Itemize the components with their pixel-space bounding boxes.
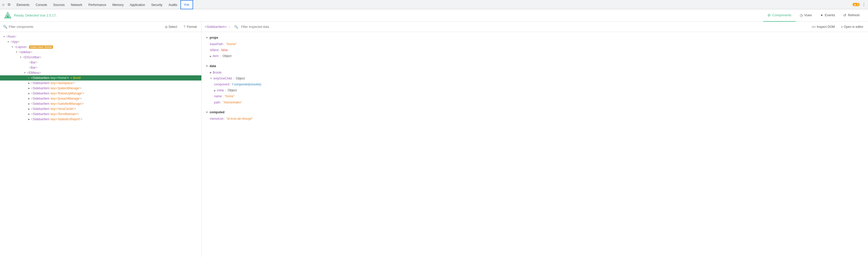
tab-elements[interactable]: Elements [13, 0, 33, 9]
more-options-icon[interactable]: ⋮ [861, 2, 867, 8]
left-panel: 🔍 ◎ Select ⊤ Format ▼ <Root> [0, 22, 202, 257]
tree-node-root[interactable]: ▼ <Root> [0, 34, 202, 39]
open-editor-icon: ⎋ [841, 25, 843, 28]
tab-application[interactable]: Application [127, 0, 148, 9]
data-meta[interactable]: ▶ meta: Object [214, 87, 864, 94]
props-section-header[interactable]: ▼ props [206, 35, 864, 40]
prop-basepath: basePath: "/home" [210, 41, 864, 47]
expand-arrow-preachmanage: ▶ [27, 97, 31, 100]
devtools-tab-bar: ⊹ ⧉ Elements Console Sources Network Per… [0, 0, 868, 9]
nav-vuex-button[interactable]: ◷ Vuex [796, 9, 816, 22]
cursor-icon[interactable]: ⊹ [1, 2, 6, 7]
data-onlyonechild[interactable]: ▼ onlyOneChild: Object [210, 76, 864, 81]
tree-node-sidebaritem-workplace[interactable]: ▶ <SidebarItem key='/workplace'> [0, 80, 202, 86]
tree-node-sidebaritem-patientmanage[interactable]: ▶ <SidebarItem key='/patientManage'> [0, 86, 202, 91]
nav-refresh-button[interactable]: ↺ Refresh [839, 9, 864, 22]
expand-arrow-followupmanage: ▶ [27, 92, 31, 95]
route-expand-tri: ▶ [210, 71, 212, 74]
tab-audits[interactable]: Audits [165, 0, 180, 9]
filter-components-input[interactable] [9, 25, 163, 29]
data-path-field: path: "/home/index" [214, 100, 864, 106]
left-panel-toolbar: 🔍 ◎ Select ⊤ Format [0, 22, 202, 32]
tab-network[interactable]: Network [68, 0, 85, 9]
components-nav-icon: ⚙ [768, 13, 771, 17]
expand-arrow-sidebar: ▼ [14, 51, 19, 53]
refresh-nav-icon: ↺ [843, 13, 846, 17]
toolbar-right: ◎ Select ⊤ Format [163, 24, 198, 29]
item-expand-tri: ▶ [210, 54, 212, 58]
vuex-nav-icon: ◷ [800, 13, 803, 17]
tree-node-sidebar[interactable]: ▼ <sidebar> [0, 49, 202, 55]
tree-node-sidebaritem-home[interactable]: ▶ <SidebarItem key='/home'> = $vm0 [0, 75, 202, 80]
tab-sources[interactable]: Sources [50, 0, 68, 9]
select-icon: ◎ [165, 25, 167, 29]
nav-components-button[interactable]: ⚙ Components [763, 9, 796, 22]
tab-memory[interactable]: Memory [109, 0, 127, 9]
meta-expand-tri: ▶ [214, 89, 216, 93]
right-header-actions: </> Inspect DOM ⎋ Open in editor [810, 24, 865, 29]
tree-node-bar1[interactable]: <Bar> [0, 60, 202, 65]
expand-arrow-satisfiedmanage: ▶ [27, 103, 31, 105]
data-view: ▼ props basePath: "/home" isNest: false … [202, 32, 868, 257]
devtools-icons: ⊹ ⧉ [1, 2, 11, 7]
expand-arrow-root: ▼ [2, 35, 6, 38]
filter-search-icon: 🔍 [3, 25, 7, 29]
tree-node-sidebaritem-preachmanage[interactable]: ▶ <SidebarItem key='/preachManage'> [0, 96, 202, 101]
tree-node-sidebaritem-smscenter[interactable]: ▶ <SidebarItem key='/smsCenter'> [0, 106, 202, 111]
tree-node-elmenu[interactable]: ▼ <ElMenu> [0, 70, 202, 75]
vue-devtools-header: Ready. Detected Vue 2.5.17. ⚙ Components… [0, 9, 868, 22]
tab-security[interactable]: Security [148, 0, 165, 9]
right-panel-header: <SidebarItem> › 🔍 </> Inspect DOM ⎋ Open… [202, 22, 868, 32]
computed-section-header[interactable]: ▼ computed [206, 110, 864, 115]
data-section-content: ▶ $route ▼ onlyOneChild: Object componen… [206, 70, 864, 106]
filter-inspected-data-input[interactable] [241, 25, 288, 29]
tab-performance[interactable]: Performance [85, 0, 109, 9]
tab-console[interactable]: Console [33, 0, 50, 9]
inspect-dom-button[interactable]: </> Inspect DOM [810, 24, 836, 29]
data-component: component: f component(resolve) [214, 81, 864, 87]
tree-node-sidebaritem-satisfiedmanage[interactable]: ▶ <SidebarItem key='/satisfiedManage'> [0, 101, 202, 106]
nav-events-button[interactable]: ✦ Events [816, 9, 839, 22]
props-expand-arrow: ▼ [206, 36, 208, 39]
expand-arrow-formmaintain: ▶ [27, 113, 31, 115]
format-button[interactable]: ⊤ Format [182, 24, 198, 29]
vue-nav-buttons: ⚙ Components ◷ Vuex ✦ Events ↺ Refresh [763, 9, 864, 22]
selected-component-name: <SidebarItem> [205, 25, 227, 29]
filter-search-right-icon: 🔍 [234, 25, 238, 29]
tree-node-elscrollbar[interactable]: ▼ <ElScrollbar> [0, 55, 202, 60]
tree-node-bar2[interactable]: <Bar> [0, 65, 202, 70]
computed-section-content: menuIcon: "el-icon-ali-shouye" [206, 116, 864, 122]
events-nav-icon: ✦ [820, 13, 823, 17]
format-icon: ⊤ [183, 25, 186, 29]
expand-arrow-workplace: ▶ [27, 82, 31, 84]
vue-logo-icon [4, 12, 11, 19]
data-section-header[interactable]: ▼ data [206, 64, 864, 69]
expand-arrow-app: ▼ [6, 40, 10, 43]
props-section: ▼ props basePath: "/home" isNest: false … [206, 35, 864, 59]
computed-section: ▼ computed menuIcon: "el-icon-ali-shouye… [206, 110, 864, 122]
expand-arrow-patientmanage: ▶ [27, 87, 31, 89]
tree-node-app[interactable]: ▼ <App> [0, 39, 202, 44]
props-section-content: basePath: "/home" isNest: false ▶ item: … [206, 41, 864, 59]
computed-expand-arrow: ▼ [206, 111, 208, 114]
tree-node-layout[interactable]: ▼ <Layout> router-view: /home [0, 44, 202, 49]
prop-item[interactable]: ▶ item: Object [210, 53, 864, 59]
prop-isnest: isNest: false [210, 47, 864, 53]
route-badge: router-view: /home [29, 45, 53, 49]
data-name-field: name: "home" [214, 94, 864, 99]
select-button[interactable]: ◎ Select [163, 24, 179, 29]
expand-arrow-elscrollbar: ▼ [19, 56, 23, 59]
tab-vue[interactable]: Vue [180, 0, 193, 9]
tree-node-sidebaritem-formmaintain[interactable]: ▶ <SidebarItem key='/formMaintain'> [0, 111, 202, 117]
main-content: 🔍 ◎ Select ⊤ Format ▼ <Root> [0, 22, 868, 257]
data-expand-arrow: ▼ [206, 65, 208, 67]
data-route[interactable]: ▶ $route [210, 70, 864, 76]
open-in-editor-button[interactable]: ⎋ Open in editor [840, 24, 865, 29]
expand-arrow-smscenter: ▶ [27, 108, 31, 110]
tree-node-sidebaritem-statisticsreport[interactable]: ▶ <SidebarItem key='/statisticsReport'> [0, 117, 202, 122]
tree-node-sidebaritem-followupmanage[interactable]: ▶ <SidebarItem key='/followUpManage'> [0, 91, 202, 96]
expand-arrow-elmenu: ▼ [23, 71, 27, 74]
computed-menuicon: menuIcon: "el-icon-ali-shouye" [210, 116, 864, 122]
onlyonechild-expand-tri: ▼ [210, 77, 212, 80]
dock-icon[interactable]: ⧉ [7, 2, 11, 7]
